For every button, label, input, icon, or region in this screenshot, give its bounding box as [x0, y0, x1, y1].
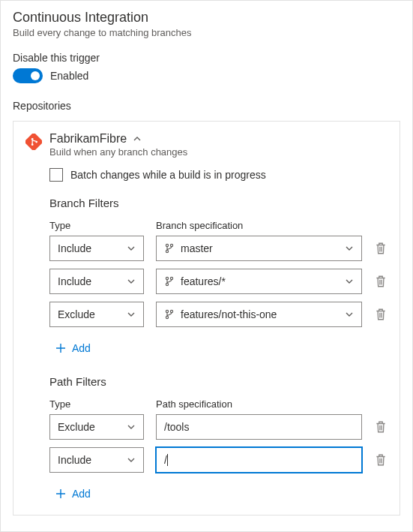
svg-point-10	[166, 310, 168, 312]
trigger-toggle[interactable]	[13, 68, 43, 83]
path-spec-input[interactable]: /	[156, 447, 362, 473]
repo-expand-toggle[interactable]: FabrikamFibre	[49, 132, 187, 146]
branch-filter-row: Include master	[49, 236, 388, 261]
delete-icon[interactable]	[374, 308, 388, 321]
plus-icon	[55, 343, 66, 353]
branch-type-select[interactable]: Exclude	[49, 302, 144, 327]
svg-point-12	[166, 316, 168, 318]
repo-name: FabrikamFibre	[49, 132, 127, 146]
branch-spec-value: master	[181, 242, 213, 254]
branch-type-select[interactable]: Include	[49, 236, 144, 261]
path-filter-row: Exclude /tools	[49, 414, 388, 440]
svg-point-11	[170, 310, 172, 312]
svg-point-5	[170, 244, 172, 246]
chevron-down-icon	[127, 277, 136, 286]
branch-filter-row: Include features/*	[49, 269, 388, 294]
path-type-value: Exclude	[58, 421, 95, 433]
page-title: Continuous Integration	[13, 10, 400, 26]
path-type-value: Include	[58, 454, 91, 466]
chevron-down-icon	[345, 244, 354, 253]
branch-type-value: Include	[58, 242, 91, 254]
branch-icon	[164, 243, 175, 254]
disable-trigger-label: Disable this trigger	[13, 52, 400, 64]
branch-type-select[interactable]: Include	[49, 269, 144, 294]
chevron-up-icon	[133, 134, 142, 143]
branch-icon	[164, 309, 175, 320]
branch-type-column-label: Type	[49, 220, 144, 231]
path-filters-heading: Path Filters	[49, 375, 388, 388]
branch-spec-select[interactable]: master	[156, 236, 362, 261]
chevron-down-icon	[127, 244, 136, 253]
path-spec-value: /	[164, 454, 168, 466]
path-type-column-label: Type	[49, 398, 144, 410]
branch-type-value: Exclude	[58, 308, 95, 320]
path-spec-input[interactable]: /tools	[156, 414, 362, 440]
path-spec-value: /tools	[164, 421, 189, 433]
branch-spec-value: features/*	[181, 275, 226, 287]
delete-icon[interactable]	[374, 275, 388, 288]
svg-point-9	[166, 283, 168, 285]
repository-card: FabrikamFibre Build when any branch chan…	[13, 121, 400, 515]
trigger-state-label: Enabled	[50, 70, 88, 82]
path-type-select[interactable]: Include	[49, 447, 144, 473]
chevron-down-icon	[127, 455, 136, 464]
repo-description: Build when any branch changes	[49, 146, 187, 158]
repositories-label: Repositories	[13, 100, 400, 112]
branch-icon	[164, 276, 175, 287]
batch-changes-checkbox[interactable]	[49, 168, 63, 182]
add-label: Add	[72, 342, 91, 354]
delete-icon[interactable]	[374, 453, 388, 467]
page-subtitle: Build every change to matching branches	[13, 27, 400, 38]
chevron-down-icon	[127, 310, 136, 319]
path-filter-row: Include /	[49, 447, 388, 473]
chevron-down-icon	[127, 422, 136, 431]
svg-rect-0	[25, 134, 42, 150]
git-icon	[25, 134, 42, 150]
svg-point-8	[170, 277, 172, 279]
plus-icon	[55, 488, 66, 499]
add-path-filter-button[interactable]: Add	[55, 488, 91, 500]
branch-filters-heading: Branch Filters	[49, 197, 388, 209]
delete-icon[interactable]	[374, 242, 388, 255]
branch-spec-value: features/not-this-one	[181, 308, 277, 320]
batch-changes-label: Batch changes while a build is in progre…	[70, 169, 266, 181]
chevron-down-icon	[345, 310, 354, 319]
svg-point-7	[166, 277, 168, 279]
branch-filter-row: Exclude features/not-this-one	[49, 302, 388, 327]
delete-icon[interactable]	[374, 420, 388, 434]
branch-spec-column-label: Branch specification	[156, 220, 388, 231]
svg-point-6	[166, 250, 168, 252]
branch-spec-select[interactable]: features/*	[156, 269, 362, 294]
path-type-select[interactable]: Exclude	[49, 414, 144, 440]
svg-point-4	[166, 244, 168, 246]
add-branch-filter-button[interactable]: Add	[55, 342, 91, 354]
branch-spec-select[interactable]: features/not-this-one	[156, 302, 362, 327]
path-spec-column-label: Path specification	[156, 398, 388, 410]
chevron-down-icon	[345, 277, 354, 286]
branch-type-value: Include	[58, 275, 91, 287]
add-label: Add	[72, 488, 91, 500]
